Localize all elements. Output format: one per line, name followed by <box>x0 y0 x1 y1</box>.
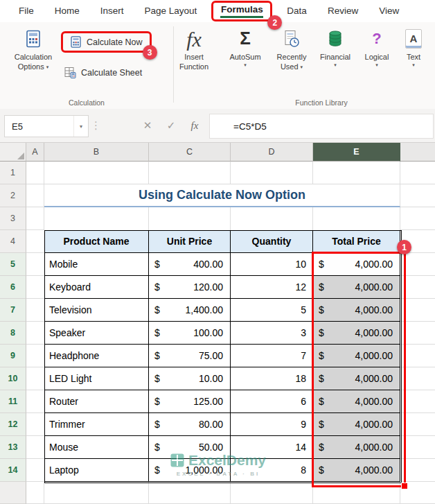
cell-B14[interactable]: Laptop <box>44 459 149 482</box>
insert-function-fx-icon[interactable]: fx <box>184 109 205 142</box>
cell-C10[interactable]: $10.00 <box>149 367 231 390</box>
cell-C14[interactable]: $1,000.00 <box>149 459 231 482</box>
tab-home[interactable]: Home <box>44 0 90 22</box>
cell-B15[interactable] <box>44 482 149 504</box>
logical-button[interactable]: ? Logical ▾ <box>358 28 396 68</box>
cell-A1[interactable] <box>26 162 44 184</box>
cell-E13[interactable]: $4,000.00 <box>313 436 400 459</box>
cell-C8[interactable]: $100.00 <box>149 322 231 345</box>
cell-C15[interactable] <box>149 482 231 504</box>
column-header-C[interactable]: C <box>149 142 231 162</box>
cell-B8[interactable]: Speaker <box>44 322 149 345</box>
calculate-sheet-button[interactable]: Calculate Sheet <box>64 67 142 78</box>
cell-D10[interactable]: 18 <box>231 367 313 390</box>
cell-E10[interactable]: $4,000.00 <box>313 367 400 390</box>
cell-A6[interactable] <box>26 276 44 299</box>
tab-review[interactable]: Review <box>317 0 369 22</box>
cell-A5[interactable] <box>26 253 44 276</box>
cell-E7[interactable]: $4,000.00 <box>313 299 400 322</box>
row-header-2[interactable]: 2 <box>0 184 26 207</box>
cell-E6[interactable]: $4,000.00 <box>313 276 400 299</box>
select-all-corner[interactable] <box>0 142 26 162</box>
table-header-C4[interactable]: Unit Price <box>149 230 231 253</box>
row-header-10[interactable]: 10 <box>0 367 26 390</box>
column-header-E[interactable]: E <box>313 142 400 162</box>
cell-B11[interactable]: Router <box>44 390 149 413</box>
cell-C5[interactable]: $400.00 <box>149 253 231 276</box>
cell-A11[interactable] <box>26 390 44 413</box>
insert-function-button[interactable]: fx Insert Function <box>173 28 215 72</box>
tab-formulas[interactable]: Formulas 2 <box>211 1 272 21</box>
cell-C1[interactable] <box>149 162 231 184</box>
cell-B1[interactable] <box>44 162 149 184</box>
row-header-1[interactable]: 1 <box>0 162 26 184</box>
calculation-options-button[interactable]: Calculation Options ▾ <box>6 28 61 72</box>
cell-C11[interactable]: $125.00 <box>149 390 231 413</box>
row-header-7[interactable]: 7 <box>0 299 26 322</box>
row-header-6[interactable]: 6 <box>0 276 26 299</box>
cell-E15[interactable] <box>313 482 400 504</box>
cell-A3[interactable] <box>26 207 44 230</box>
tab-data[interactable]: Data <box>276 0 317 22</box>
cell-E9[interactable]: $4,000.00 <box>313 345 400 367</box>
cell-B12[interactable]: Trimmer <box>44 413 149 436</box>
cell-A9[interactable] <box>26 345 44 367</box>
cell-E5[interactable]: $4,000.00 <box>313 253 400 276</box>
cell-B5[interactable]: Mobile <box>44 253 149 276</box>
row-header-11[interactable]: 11 <box>0 390 26 413</box>
enter-icon[interactable]: ✓ <box>161 109 181 142</box>
cell-E14[interactable]: $4,000.00 <box>313 459 400 482</box>
table-header-D4[interactable]: Quantity <box>231 230 313 253</box>
formula-input[interactable]: =C5*D5 <box>209 114 434 139</box>
cancel-icon[interactable]: ✕ <box>137 109 158 142</box>
text-button[interactable]: A Text ▾ <box>398 28 429 68</box>
cell-A14[interactable] <box>26 459 44 482</box>
cell-E3[interactable] <box>313 207 400 230</box>
cell-C7[interactable]: $1,400.00 <box>149 299 231 322</box>
cell-D7[interactable]: 5 <box>231 299 313 322</box>
cell-B7[interactable]: Television <box>44 299 149 322</box>
tab-view[interactable]: View <box>369 0 409 22</box>
cell-D15[interactable] <box>231 482 313 504</box>
chevron-down-icon[interactable]: ▾ <box>73 116 88 137</box>
cell-A4[interactable] <box>26 230 44 253</box>
tab-file[interactable]: File <box>8 0 44 22</box>
column-header-B[interactable]: B <box>44 142 149 162</box>
row-header-13[interactable]: 13 <box>0 436 26 459</box>
row-header-5[interactable]: 5 <box>0 253 26 276</box>
cell-B6[interactable]: Keyboard <box>44 276 149 299</box>
cell-C13[interactable]: $50.00 <box>149 436 231 459</box>
autosum-button[interactable]: Σ AutoSum ▾ <box>226 28 265 68</box>
cell-A12[interactable] <box>26 413 44 436</box>
cell-D8[interactable]: 3 <box>231 322 313 345</box>
cell-C9[interactable]: $75.00 <box>149 345 231 367</box>
cell-B10[interactable]: LED Light <box>44 367 149 390</box>
cell-D9[interactable]: 7 <box>231 345 313 367</box>
cell-A13[interactable] <box>26 436 44 459</box>
row-header-3[interactable]: 3 <box>0 207 26 230</box>
cell-E12[interactable]: $4,000.00 <box>313 413 400 436</box>
cell-C6[interactable]: $120.00 <box>149 276 231 299</box>
tab-insert[interactable]: Insert <box>90 0 134 22</box>
column-header-D[interactable]: D <box>231 142 313 162</box>
cell-B9[interactable]: Headphone <box>44 345 149 367</box>
sheet-title-cell[interactable]: Using Calculate Now Option <box>44 184 400 207</box>
row-header-4[interactable]: 4 <box>0 230 26 253</box>
cell-A2[interactable] <box>26 184 44 207</box>
cell-D5[interactable]: 10 <box>231 253 313 276</box>
financial-button[interactable]: Financial ▾ <box>315 28 355 68</box>
row-header-partial[interactable] <box>0 482 26 504</box>
cell-A7[interactable] <box>26 299 44 322</box>
row-header-14[interactable]: 14 <box>0 459 26 482</box>
cell-A10[interactable] <box>26 367 44 390</box>
tab-page-layout[interactable]: Page Layout <box>134 0 208 22</box>
cell-D13[interactable]: 14 <box>231 436 313 459</box>
recently-used-button[interactable]: Recently Used ▾ <box>270 28 313 72</box>
cell-E11[interactable]: $4,000.00 <box>313 390 400 413</box>
row-header-12[interactable]: 12 <box>0 413 26 436</box>
cell-A8[interactable] <box>26 322 44 345</box>
table-header-E4[interactable]: Total Price <box>313 230 400 253</box>
cell-D3[interactable] <box>231 207 313 230</box>
cell-D12[interactable]: 9 <box>231 413 313 436</box>
calculate-now-button[interactable]: Calculate Now 3 <box>61 31 152 53</box>
